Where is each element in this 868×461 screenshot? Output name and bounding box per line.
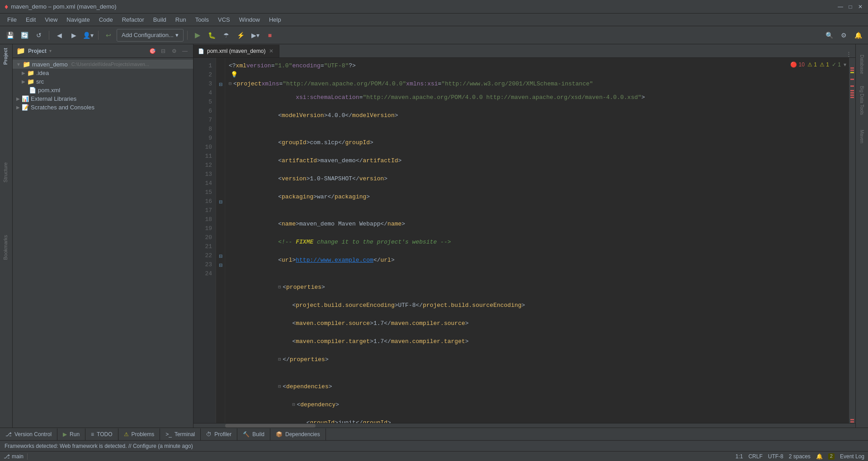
code-line-14: <url>http://www.example.com</url> bbox=[229, 251, 845, 269]
profile-selector-button[interactable]: 👤▾ bbox=[82, 29, 94, 42]
event-log-label[interactable]: Event Log bbox=[840, 453, 864, 460]
tree-collapse-button[interactable]: ⊟ bbox=[159, 47, 168, 56]
search-everywhere-button[interactable]: 🔍 bbox=[823, 29, 835, 42]
tab-todo[interactable]: ≡ TODO bbox=[85, 428, 118, 440]
project-dropdown-icon[interactable]: ▾ bbox=[49, 48, 52, 53]
menu-code[interactable]: Code bbox=[95, 15, 117, 24]
scratches-icon: 📝 bbox=[22, 104, 29, 111]
tree-src-label: src bbox=[36, 78, 44, 85]
editor-gutter: ⊟ ⊟ ⊟ ⊟ bbox=[216, 58, 225, 423]
debug-button[interactable]: 🐛 bbox=[206, 29, 218, 42]
run-tab-label: Run bbox=[70, 431, 80, 437]
tab-version-control[interactable]: ⎇ Version Control bbox=[0, 428, 57, 440]
ext-libs-icon: 📊 bbox=[22, 95, 29, 102]
menu-view[interactable]: View bbox=[41, 15, 61, 24]
warning-marker-1 bbox=[850, 72, 854, 73]
h-scroll-thumb[interactable] bbox=[225, 424, 316, 428]
save-button[interactable]: 💾 bbox=[4, 29, 16, 42]
run-button[interactable]: ▶ bbox=[191, 29, 204, 42]
big-data-tools-tab[interactable]: Big Data Tools bbox=[856, 82, 868, 118]
menu-run[interactable]: Run bbox=[172, 15, 190, 24]
menu-build[interactable]: Build bbox=[150, 15, 170, 24]
menu-file[interactable]: File bbox=[4, 15, 20, 24]
menu-navigate[interactable]: Navigate bbox=[63, 15, 93, 24]
gutter-fold-16[interactable]: ⊟ bbox=[216, 197, 225, 206]
scrollbar-top bbox=[849, 58, 855, 67]
notifications-button[interactable]: 🔔 bbox=[852, 29, 864, 42]
tree-idea-item[interactable]: ▶ 📁 .idea bbox=[13, 69, 193, 77]
tree-pomxml-item[interactable]: 📄 pom.xml bbox=[13, 86, 193, 94]
tree-close-button[interactable]: — bbox=[180, 47, 189, 56]
menu-help[interactable]: Help bbox=[265, 15, 285, 24]
gutter-fold-3[interactable]: ⊟ bbox=[216, 80, 225, 89]
sync-button[interactable]: 🔄 bbox=[18, 29, 31, 42]
code-line-6 bbox=[229, 125, 845, 134]
right-side-tabs: Database Big Data Tools Maven bbox=[855, 44, 868, 428]
nav-forward-button[interactable]: ▶ bbox=[67, 29, 80, 42]
tree-src-item[interactable]: ▶ 📁 src bbox=[13, 77, 193, 86]
tab-pomxml[interactable]: 📄 pom.xml (maven_demo) ✕ bbox=[193, 45, 279, 57]
title-bar: ♦ maven_demo – pom.xml (maven_demo) — □ … bbox=[0, 0, 868, 14]
stop-button[interactable]: ■ bbox=[264, 29, 276, 42]
code-area[interactable]: <?xml version="1.0" encoding="UTF-8"?> 💡… bbox=[225, 58, 849, 423]
tree-settings-button[interactable]: ⚙ bbox=[170, 47, 179, 56]
dependencies-label: Dependencies bbox=[285, 431, 320, 437]
tab-menu-button[interactable]: ⋮ bbox=[842, 51, 855, 57]
menu-vcs[interactable]: VCS bbox=[214, 15, 234, 24]
menu-edit[interactable]: Edit bbox=[22, 15, 39, 24]
refresh-button[interactable]: ↺ bbox=[33, 29, 45, 42]
coverage-button[interactable]: ☂ bbox=[220, 29, 233, 42]
status-indent: 2 spaces bbox=[789, 453, 811, 460]
tree-root-path: C:\Users\dell\IdeaProjects\maven... bbox=[71, 61, 149, 67]
folder-icon: 📁 bbox=[23, 61, 30, 68]
close-button[interactable]: ✕ bbox=[857, 4, 863, 10]
tab-profiler[interactable]: ⏱ Profiler bbox=[201, 428, 237, 440]
menu-window[interactable]: Window bbox=[236, 15, 264, 24]
structure-tab[interactable]: Structure bbox=[0, 159, 12, 186]
status-encoding: UTF-8 bbox=[768, 453, 783, 460]
database-tab[interactable]: Database bbox=[856, 46, 868, 82]
code-line-24: <groupId>junit</groupId> bbox=[229, 414, 845, 423]
code-line-16: ⊟<properties> bbox=[229, 278, 845, 296]
add-configuration-button[interactable]: Add Configuration... ▾ bbox=[117, 29, 184, 42]
tab-terminal[interactable]: >_ Terminal bbox=[160, 428, 201, 440]
nav-back-button[interactable]: ◀ bbox=[53, 29, 66, 42]
tree-pomxml-label: pom.xml bbox=[38, 87, 60, 94]
code-line-1: <?xml version="1.0" encoding="UTF-8"?> bbox=[229, 61, 845, 71]
editor-scrollbar[interactable] bbox=[849, 58, 855, 423]
code-line-15 bbox=[229, 269, 845, 278]
run-with-button[interactable]: ▶▾ bbox=[249, 29, 262, 42]
tree-locate-button[interactable]: 🎯 bbox=[148, 47, 157, 56]
project-title: Project bbox=[28, 48, 47, 54]
tree-root-item[interactable]: ▼ 📁 maven_demo C:\Users\dell\IdeaProject… bbox=[13, 60, 193, 69]
terminal-label: Terminal bbox=[175, 431, 195, 437]
maven-tab[interactable]: Maven bbox=[856, 118, 868, 155]
tree-external-libs-item[interactable]: ▶ 📊 External Libraries bbox=[13, 94, 193, 103]
menu-tools[interactable]: Tools bbox=[192, 15, 212, 24]
add-config-dropdown-icon: ▾ bbox=[175, 32, 179, 38]
gutter-fold-1[interactable] bbox=[216, 61, 225, 71]
code-line-9: <version>1.0-SNAPSHOT</version> bbox=[229, 170, 845, 188]
maximize-button[interactable]: □ bbox=[847, 4, 854, 10]
status-expand-arrow[interactable]: ▾ bbox=[844, 61, 846, 68]
minimize-button[interactable]: — bbox=[837, 4, 844, 10]
menu-refactor[interactable]: Refactor bbox=[118, 15, 148, 24]
gutter-fold-22[interactable]: ⊟ bbox=[216, 251, 225, 260]
undo-button[interactable]: ↩ bbox=[102, 29, 115, 42]
settings-button[interactable]: ⚙ bbox=[837, 29, 850, 42]
horizontal-scrollbar[interactable] bbox=[193, 423, 855, 428]
tab-problems[interactable]: ⚠ Problems bbox=[118, 428, 160, 440]
tab-run[interactable]: ▶ Run bbox=[57, 428, 85, 440]
tab-build[interactable]: 🔨 Build bbox=[237, 428, 270, 440]
tab-dependencies[interactable]: 📦 Dependencies bbox=[270, 428, 326, 440]
error-marker-3 bbox=[850, 79, 854, 80]
gutter-fold-2[interactable] bbox=[216, 71, 225, 80]
git-label: main bbox=[12, 453, 24, 460]
project-panel-tab[interactable]: Project bbox=[0, 44, 12, 68]
bookmarks-tab[interactable]: Bookmarks bbox=[0, 231, 12, 263]
profile-run-button[interactable]: ⚡ bbox=[235, 29, 247, 42]
tab-pomxml-close[interactable]: ✕ bbox=[268, 48, 274, 54]
tree-scratches-item[interactable]: ▶ 📝 Scratches and Consoles bbox=[13, 103, 193, 112]
gutter-fold-23[interactable]: ⊟ bbox=[216, 260, 225, 269]
gutter-fold-11 bbox=[216, 152, 225, 161]
